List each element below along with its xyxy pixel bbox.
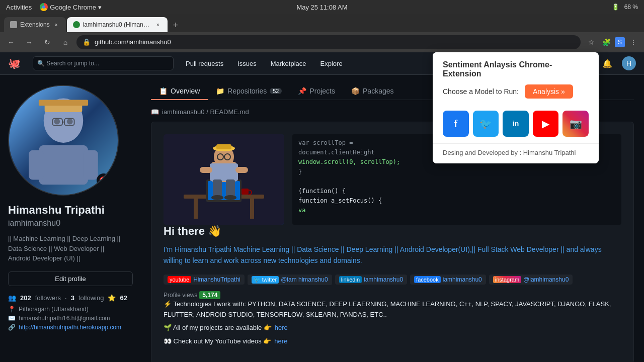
tab-extensions[interactable]: Extensions × [4, 17, 66, 32]
svg-rect-32 [242, 189, 249, 195]
profile-website[interactable]: 🔗 http://himanshutripathi.herokuapp.com [8, 324, 133, 331]
profile-sidebar: 🎯 Himanshu Tripathi iamhimanshu0 || Mach… [0, 75, 141, 362]
svg-point-8 [67, 119, 73, 125]
extension-facebook-button[interactable]: f [443, 111, 469, 137]
twitter-icon: 🐦 [479, 118, 492, 130]
tab-extensions-title: Extensions [20, 21, 50, 28]
packages-icon: 📦 [351, 87, 360, 95]
svg-rect-15 [250, 199, 254, 219]
extension-linkedin-button[interactable]: in [503, 111, 529, 137]
stars-count: 62 [120, 294, 127, 302]
chrome-label-text: Google Chrome [50, 4, 96, 11]
repositories-count: 52 [270, 88, 282, 94]
following-count: 3 [71, 294, 74, 302]
user-avatar-button[interactable]: S [615, 37, 625, 47]
gh-nav-marketplace[interactable]: Marketplace [267, 58, 310, 69]
profile-email[interactable]: ✉️ himanshutripathi16.ht@gmail.com [8, 315, 133, 322]
social-links-row: youtube HimanshuTripathi 🐦 twitter @iam … [164, 275, 621, 285]
facebook-badge[interactable]: facebook iamhimanshu0 [410, 275, 486, 285]
tab-overview[interactable]: 📋 Overview [151, 83, 208, 100]
link-icon: 🔗 [8, 324, 16, 331]
instagram-platform-label: instagram [493, 276, 521, 283]
profile-location: 📍 Pithoragarh (Uttarakhand) [8, 306, 133, 313]
extension-popup-footer: Desing and Developed by : Himanshu Tripa… [433, 143, 599, 163]
youtube-item: 👀 Check out My YouTube videos 👉 here [164, 336, 621, 347]
svg-rect-21 [216, 144, 231, 149]
profile-username: iamhimanshu0 [8, 219, 133, 228]
stars-separator: ⭐ [108, 294, 116, 302]
svg-rect-3 [29, 150, 43, 180]
chrome-dropdown-icon: ▾ [98, 4, 102, 11]
extension-youtube-button[interactable]: ▶ [533, 111, 559, 137]
extension-instagram-button[interactable]: 📷 [562, 111, 589, 137]
tab-extensions-close[interactable]: × [53, 21, 60, 28]
bookmark-star-button[interactable]: ☆ [585, 36, 598, 49]
linkedin-badge[interactable]: linkedin iamhimanshu0 [335, 275, 407, 285]
gh-nav-explore[interactable]: Explore [316, 58, 347, 69]
readme-image [164, 134, 284, 225]
hi-header: Hi there 👋 [164, 225, 621, 238]
instagram-badge[interactable]: instagram @iamhimanshu0 [489, 275, 573, 285]
gh-user-menu[interactable]: H [622, 56, 636, 70]
email-icon: ✉️ [8, 315, 16, 322]
extension-puzzle-button[interactable]: 🧩 [600, 36, 613, 49]
profile-description: I'm Himanshu Tripathi Machine Learning |… [164, 244, 621, 266]
edit-profile-button[interactable]: Edit profile [8, 272, 133, 286]
instagram-icon: 📷 [570, 118, 582, 130]
forward-button[interactable]: → [22, 35, 36, 49]
followers-row: 👥 202 followers · 3 following ⭐ 62 [8, 294, 133, 302]
projects-link[interactable]: here [275, 323, 288, 333]
tab-github-close[interactable]: × [154, 21, 162, 28]
activities-label[interactable]: Activities [6, 4, 32, 11]
svg-point-7 [54, 119, 60, 125]
github-search[interactable]: 🔍 Search or jump to... [33, 56, 174, 70]
extension-twitter-button[interactable]: 🐦 [473, 111, 499, 137]
twitter-platform-label: 🐦 twitter [252, 276, 279, 284]
gh-nav-pulls[interactable]: Pull requests [182, 58, 227, 69]
gh-nav-issues[interactable]: Issues [233, 58, 261, 69]
gh-notifications-button[interactable]: 🔔 [601, 57, 614, 70]
address-bar: ← → ↻ ⌂ 🔒 github.com/iamhimanshu0 ☆ 🧩 S … [0, 32, 644, 52]
home-button[interactable]: ⌂ [58, 35, 72, 49]
profile-name: Himanshu Tripathi [8, 204, 133, 217]
more-button[interactable]: ⋮ [627, 36, 640, 49]
tab-packages[interactable]: 📦 Packages [343, 83, 401, 100]
browser-chrome: Extensions × iamhimanshu0 (Himansh... × … [0, 14, 644, 52]
youtube-badge[interactable]: youtube HimanshuTripathi [164, 275, 245, 285]
back-button[interactable]: ← [4, 35, 18, 49]
youtube-platform-label: youtube [168, 276, 191, 283]
svg-rect-27 [235, 167, 248, 173]
svg-rect-6 [39, 100, 88, 106]
tab-github[interactable]: iamhimanshu0 (Himansh... × [67, 17, 168, 32]
svg-rect-26 [200, 167, 212, 173]
tab-projects[interactable]: 📌 Projects [290, 83, 343, 100]
url-bar[interactable]: 🔒 github.com/iamhimanshu0 [76, 35, 581, 49]
location-icon: 📍 [8, 306, 16, 313]
avatar-status-icon: 🎯 [97, 173, 111, 188]
tab-github-title: iamhimanshu0 (Himansh... [83, 21, 151, 28]
extension-run-button[interactable]: Analysis » [525, 84, 573, 99]
tab-repositories[interactable]: 📁 Repositories 52 [208, 83, 290, 100]
tab-bar: Extensions × iamhimanshu0 (Himansh... × … [0, 14, 644, 32]
tab-github-favicon [73, 21, 80, 28]
reload-button[interactable]: ↻ [40, 35, 54, 49]
profile-views-row: Profile views 5,174 [164, 291, 621, 299]
instagram-handle: @iamhimanshu0 [523, 276, 569, 283]
youtube-link[interactable]: here [274, 336, 287, 347]
chrome-menu[interactable]: Google Chrome ▾ [40, 3, 102, 11]
url-text: github.com/iamhimanshu0 [95, 38, 171, 46]
extension-popup: Sentiment Anlaysis Chrome-Extension Choo… [433, 52, 599, 163]
extension-popup-title: Sentiment Anlaysis Chrome-Extension [443, 60, 589, 78]
svg-rect-2 [39, 145, 88, 185]
twitter-handle: @iam himanshu0 [281, 276, 328, 283]
projects-icon: 📌 [298, 87, 306, 95]
linkedin-icon: in [513, 120, 519, 128]
profile-views-label: Profile views [164, 292, 197, 299]
overview-icon: 📋 [159, 87, 168, 95]
os-battery-label: 68 % [624, 4, 638, 11]
extension-model-row: Choose a Model to Run: Analysis » [443, 84, 589, 99]
twitter-badge[interactable]: 🐦 twitter @iam himanshu0 [248, 275, 332, 285]
new-tab-button[interactable]: + [169, 18, 183, 32]
followers-icon: 👥 [8, 294, 16, 302]
repositories-icon: 📁 [216, 87, 224, 95]
